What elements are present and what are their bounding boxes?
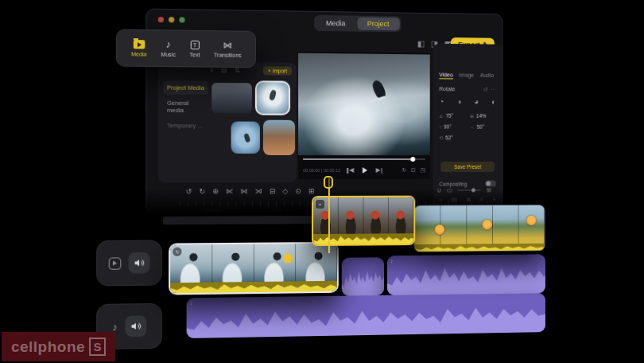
value-field[interactable]: 52° bbox=[445, 135, 453, 140]
text-icon: T bbox=[190, 40, 199, 49]
dial-roll-icon[interactable]: ◐ bbox=[491, 97, 496, 106]
value-field[interactable]: 14% bbox=[476, 113, 487, 119]
brand-wordmark: cellphone bbox=[11, 338, 85, 356]
nav-general-media[interactable]: General media bbox=[163, 96, 208, 118]
audio-mute-button[interactable] bbox=[125, 315, 146, 337]
speaker-icon bbox=[134, 257, 145, 268]
tab-media[interactable]: Media bbox=[316, 17, 355, 30]
close-window-icon[interactable] bbox=[158, 17, 164, 22]
tab-image[interactable]: Image bbox=[459, 72, 474, 80]
nav-project-media[interactable]: Project Media bbox=[163, 80, 208, 95]
value-field[interactable]: 50° bbox=[477, 124, 484, 130]
video-track-header bbox=[96, 240, 162, 287]
media-thumbnail-city[interactable] bbox=[211, 83, 252, 114]
reset-icon[interactable]: ↺ bbox=[483, 87, 488, 93]
clip-audio-waveform bbox=[414, 244, 545, 252]
preview-progress-handle[interactable] bbox=[411, 157, 416, 162]
window-controls[interactable] bbox=[158, 17, 185, 23]
clip-loop-badge: ↻ bbox=[173, 247, 181, 256]
music-note-icon: ♪ bbox=[166, 40, 171, 49]
minimize-window-icon[interactable] bbox=[169, 17, 174, 22]
value-field[interactable]: 90° bbox=[444, 124, 452, 130]
transitions-icon: ⋈ bbox=[223, 41, 232, 49]
media-bin-view-options: ≡ ▤ ⇅ bbox=[210, 67, 239, 74]
video-mute-button[interactable] bbox=[129, 252, 150, 274]
compositing-toggle[interactable] bbox=[485, 181, 495, 187]
sort-icon[interactable]: ⇅ bbox=[235, 67, 240, 74]
sun-dot bbox=[283, 253, 293, 263]
media-thumbnail-people[interactable] bbox=[263, 120, 295, 155]
tab-video[interactable]: Video bbox=[439, 72, 452, 79]
selected-street-clip[interactable]: ≈ bbox=[312, 196, 415, 246]
next-frame-button[interactable] bbox=[375, 167, 382, 173]
list-view-icon[interactable]: ≡ bbox=[210, 67, 214, 74]
face-marker-dot bbox=[435, 224, 445, 235]
preview-controls: 00:00:00 | 00:00:12 ↻ ⊡ ◳ bbox=[298, 163, 430, 178]
loop-icon[interactable]: ↻ bbox=[402, 167, 406, 174]
face-marker-dot bbox=[483, 220, 492, 230]
media-thumbnail-snow-selected[interactable] bbox=[255, 80, 290, 115]
media-bin-panel: ≡ ▤ ⇅ + Import Project Media General med… bbox=[158, 61, 297, 183]
source-toolbar-card: Media ♪ Music T Text ⋈ Transitions bbox=[116, 29, 256, 68]
layout-left-icon[interactable]: ◧ bbox=[417, 41, 425, 49]
waveform bbox=[187, 299, 545, 338]
clip-speed-badge: ≈ bbox=[316, 200, 324, 209]
source-music-button[interactable]: ♪ Music bbox=[161, 40, 176, 57]
preview-extra-controls: ↻ ⊡ ◳ bbox=[402, 167, 425, 174]
preview-panel: 00:00:00 | 00:00:12 ↻ ⊡ ◳ bbox=[298, 52, 430, 179]
compositing-section-title: Compositing bbox=[439, 181, 467, 186]
tilted-scene: Media Project ◧ ◨ ◩ Export ↥ ≡ ▤ ⇅ + Imp… bbox=[0, 0, 632, 363]
stage: Media Project ◧ ◨ ◩ Export ↥ ≡ ▤ ⇅ + Imp… bbox=[0, 0, 644, 363]
view-switcher: Media Project bbox=[314, 15, 401, 32]
playhead-line[interactable] bbox=[328, 178, 329, 253]
spin-icon: ⟲ bbox=[439, 135, 443, 140]
preview-progress-fill bbox=[303, 158, 411, 160]
properties-tabs: Video Image Audio bbox=[439, 72, 494, 79]
mirror-icon[interactable]: ⊡ bbox=[411, 167, 416, 174]
play-button[interactable] bbox=[363, 167, 367, 174]
tab-audio[interactable]: Audio bbox=[480, 72, 494, 80]
import-button[interactable]: + Import bbox=[263, 66, 292, 75]
clip-audio-waveform bbox=[170, 281, 337, 294]
cellphones-logo: cellphone S bbox=[2, 332, 115, 361]
audio-clip-short[interactable] bbox=[342, 257, 384, 295]
face-marker-dot bbox=[526, 216, 536, 226]
audio-clip-upper[interactable]: ♪ bbox=[387, 254, 545, 295]
transport-controls bbox=[347, 167, 382, 174]
vertical-icon: ↕ bbox=[439, 124, 441, 129]
angle-icon: ∠ bbox=[439, 113, 443, 119]
value-field[interactable]: 75° bbox=[446, 113, 454, 119]
dial-rotate-icon[interactable]: ◔ bbox=[439, 97, 444, 106]
tab-project[interactable]: Project bbox=[357, 18, 399, 31]
source-transitions-button[interactable]: ⋈ Transitions bbox=[214, 41, 241, 58]
wakeboard-clip[interactable]: ↻ bbox=[169, 242, 339, 295]
dial-pan-icon[interactable]: ◕ bbox=[474, 97, 479, 106]
waveform bbox=[342, 263, 384, 295]
fullscreen-icon[interactable]: ◳ bbox=[420, 167, 425, 174]
transform-values: ∠75° ⊞14% ↕90° ↔50° ⟲52° bbox=[439, 113, 495, 141]
brand-s-mark: S bbox=[89, 338, 106, 356]
audio-clip-long[interactable]: ♪ bbox=[187, 293, 545, 338]
zoom-window-icon[interactable] bbox=[179, 17, 184, 22]
save-preset-button[interactable]: Save Preset bbox=[440, 162, 495, 172]
source-media-button[interactable]: Media bbox=[131, 40, 147, 57]
nav-temporary[interactable]: Temporary ... bbox=[163, 119, 208, 132]
more-icon[interactable]: ⋯ bbox=[491, 87, 496, 93]
dial-tilt-icon[interactable]: ◑ bbox=[456, 97, 461, 106]
preview-progress-bar[interactable] bbox=[303, 158, 425, 160]
field-clip[interactable] bbox=[413, 205, 545, 252]
music-note-icon: ♪ bbox=[112, 321, 118, 333]
rotate-dials: ◔ ◑ ◕ ◐ bbox=[439, 97, 495, 106]
playhead-handle[interactable] bbox=[324, 176, 333, 189]
preview-video[interactable] bbox=[298, 53, 430, 155]
previous-frame-button[interactable] bbox=[347, 167, 353, 173]
source-text-button[interactable]: T Text bbox=[190, 40, 200, 57]
music-note-icon: ♪ bbox=[390, 258, 393, 263]
grid-view-icon[interactable]: ▤ bbox=[221, 67, 227, 74]
horizontal-icon: ↔ bbox=[470, 124, 475, 129]
media-bin-nav: Project Media General media Temporary ..… bbox=[163, 80, 208, 134]
video-track-icon bbox=[109, 257, 122, 269]
compositing-section-header: Compositing bbox=[439, 181, 495, 187]
music-note-icon: ♪ bbox=[190, 300, 193, 306]
media-thumbnail-skydive[interactable] bbox=[231, 122, 260, 154]
